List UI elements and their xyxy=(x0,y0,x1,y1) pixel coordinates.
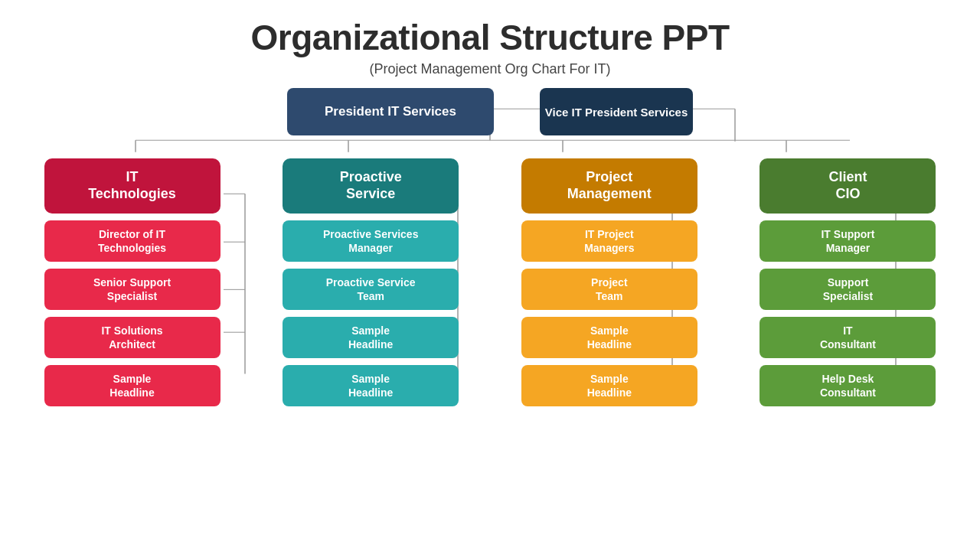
item-it-2: Senior SupportSpecialist xyxy=(44,269,220,310)
item-proactive-4: SampleHeadline xyxy=(283,365,459,406)
dept-header-client: ClientCIO xyxy=(760,158,936,214)
dept-section: ITTechnologies Director of ITTechnologie… xyxy=(15,158,965,406)
item-client-3: ITConsultant xyxy=(760,317,936,358)
item-client-1: IT SupportManager xyxy=(760,220,936,262)
col-client: ClientCIO IT SupportManager SupportSpeci… xyxy=(739,158,957,406)
item-project-2: ProjectTeam xyxy=(521,269,697,310)
page-header: Organizational Structure PPT (Project Ma… xyxy=(251,0,730,82)
item-it-1: Director of ITTechnologies xyxy=(44,220,220,262)
item-proactive-1: Proactive ServicesManager xyxy=(283,220,459,262)
item-project-3: SampleHeadline xyxy=(521,317,697,358)
item-proactive-2: Proactive ServiceTeam xyxy=(283,269,459,310)
top-section: President IT Services Vice IT President … xyxy=(15,82,965,135)
org-chart: President IT Services Vice IT President … xyxy=(15,82,965,406)
dept-header-project: ProjectManagement xyxy=(521,158,697,214)
page-title: Organizational Structure PPT xyxy=(251,17,730,58)
president-node: President IT Services xyxy=(287,88,494,135)
item-it-4: SampleHeadline xyxy=(44,365,220,406)
vp-node: Vice IT President Services xyxy=(540,88,693,135)
item-client-4: Help DeskConsultant xyxy=(760,365,936,406)
item-client-2: SupportSpecialist xyxy=(760,269,936,310)
item-project-1: IT ProjectManagers xyxy=(521,220,697,262)
item-project-4: SampleHeadline xyxy=(521,365,697,406)
col-it: ITTechnologies Director of ITTechnologie… xyxy=(23,158,241,406)
dept-header-it: ITTechnologies xyxy=(44,158,220,214)
page-subtitle: (Project Management Org Chart For IT) xyxy=(251,61,730,77)
col-proactive: ProactiveService Proactive ServicesManag… xyxy=(262,158,480,406)
item-it-3: IT SolutionsArchitect xyxy=(44,317,220,358)
col-project: ProjectManagement IT ProjectManagers Pro… xyxy=(500,158,718,406)
dept-header-proactive: ProactiveService xyxy=(283,158,459,214)
item-proactive-3: SampleHeadline xyxy=(283,317,459,358)
